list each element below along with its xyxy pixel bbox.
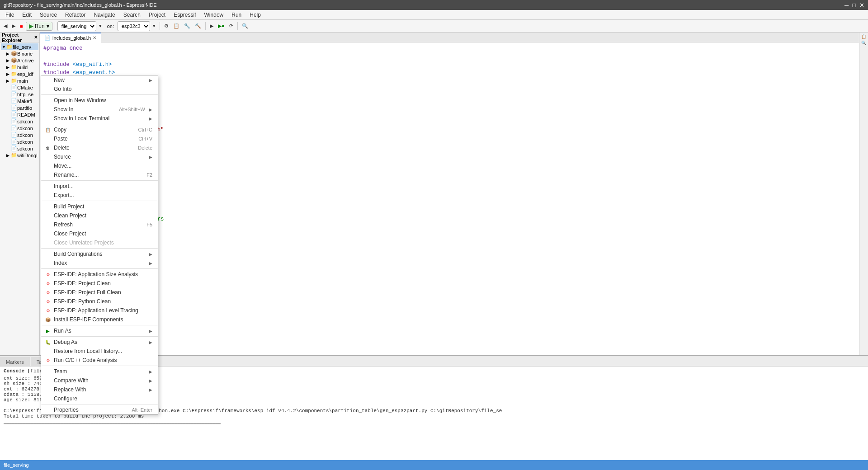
toolbar-btn-1[interactable]: ⚙ xyxy=(162,22,170,30)
forward-button[interactable]: ▶ xyxy=(10,22,17,30)
ctx-build-project[interactable]: Build Project xyxy=(41,202,158,211)
toolbar-sep1 xyxy=(55,22,55,30)
toolbar-btn-2[interactable]: 📋 xyxy=(171,22,181,30)
ctx-run-code-analysis[interactable]: ⚙ Run C/C++ Code Analysis xyxy=(41,356,158,365)
ctx-show-in-shortcut: Alt+Shift+W xyxy=(119,107,145,112)
menu-refactor[interactable]: Refactor xyxy=(61,11,89,19)
ctx-refresh[interactable]: Refresh F5 xyxy=(41,220,158,229)
ctx-sep9 xyxy=(41,366,158,366)
ctx-copy-shortcut: Ctrl+C xyxy=(138,127,152,132)
ctx-esp-project-full-clean[interactable]: ⚙ ESP-IDF: Project Full Clean xyxy=(41,288,158,297)
menu-bar: File Edit Source Refactor Navigate Searc… xyxy=(0,10,868,20)
context-menu-overlay[interactable]: New ▶ Go Into Open in New Window Show In… xyxy=(0,33,868,355)
menu-espressif[interactable]: Espressif xyxy=(170,11,199,19)
bottom-tab-markers[interactable]: Markers xyxy=(0,357,30,366)
toolbar-sep2 xyxy=(160,22,160,30)
ctx-new[interactable]: New ▶ xyxy=(41,75,158,85)
ctx-restore-history[interactable]: Restore from Local History... xyxy=(41,347,158,356)
device-select[interactable]: esp32c3 xyxy=(118,21,150,31)
ctx-esp-python-clean-label: ESP-IDF: Python Clean xyxy=(54,298,111,305)
toolbar-btn-4[interactable]: 🔨 xyxy=(193,22,203,30)
ctx-close-unrelated: Close Unrelated Projects xyxy=(41,238,158,247)
device-dropdown[interactable]: ▾ xyxy=(151,22,157,30)
back-button[interactable]: ◀ xyxy=(2,22,9,30)
ctx-properties-shortcut: Alt+Enter xyxy=(132,407,152,413)
menu-run[interactable]: Run xyxy=(228,11,245,19)
menu-project[interactable]: Project xyxy=(145,11,169,19)
ctx-move-label: Move... xyxy=(54,163,71,169)
ctx-build-configs[interactable]: Build Configurations ▶ xyxy=(41,249,158,258)
menu-help[interactable]: Help xyxy=(246,11,264,19)
ctx-configure[interactable]: Configure xyxy=(41,394,158,403)
run-icon: ▶ xyxy=(29,23,33,29)
ctx-esp-project-clean[interactable]: ⚙ ESP-IDF: Project Clean xyxy=(41,279,158,288)
ctx-replace-with-arrow: ▶ xyxy=(149,387,152,392)
ctx-configure-label: Configure xyxy=(54,395,77,402)
ctx-export-label: Export... xyxy=(54,192,74,198)
ctx-team[interactable]: Team ▶ xyxy=(41,367,158,376)
run-dropdown-icon[interactable]: ▾ xyxy=(47,23,49,29)
ctx-import[interactable]: Import... xyxy=(41,182,158,191)
ctx-open-new-window[interactable]: Open in New Window xyxy=(41,96,158,105)
ctx-esp-python-clean[interactable]: ⚙ ESP-IDF: Python Clean xyxy=(41,297,158,306)
ctx-close-project[interactable]: Close Project xyxy=(41,229,158,238)
toolbar-btn-6[interactable]: ▶● xyxy=(216,22,226,30)
close-button[interactable]: ✕ xyxy=(859,2,864,9)
ctx-export[interactable]: Export... xyxy=(41,191,158,200)
ctx-debug-as[interactable]: 🐛 Debug As ▶ xyxy=(41,338,158,347)
file-dropdown[interactable]: ▾ xyxy=(97,22,104,30)
menu-source[interactable]: Source xyxy=(36,11,61,19)
ctx-esp-app-size[interactable]: ⚙ ESP-IDF: Application Size Analysis xyxy=(41,270,158,279)
toolbar-sep4 xyxy=(237,22,238,30)
ctx-copy[interactable]: 📋 Copy Ctrl+C xyxy=(41,125,158,134)
minimize-button[interactable]: ─ xyxy=(844,2,849,9)
ctx-import-label: Import... xyxy=(54,183,74,189)
ctx-build-configs-label: Build Configurations xyxy=(54,251,102,257)
ctx-replace-with[interactable]: Replace With ▶ xyxy=(41,385,158,394)
ctx-esp-project-full-clean-label: ESP-IDF: Project Full Clean xyxy=(54,289,121,296)
run-button[interactable]: ▶ Run ▾ xyxy=(26,22,52,31)
search-toolbar-btn[interactable]: 🔍 xyxy=(240,22,250,30)
ctx-clean-project[interactable]: Clean Project xyxy=(41,211,158,220)
ctx-show-local-terminal-arrow: ▶ xyxy=(149,116,152,121)
ctx-delete[interactable]: 🗑 Delete Delete xyxy=(41,143,158,152)
menu-search[interactable]: Search xyxy=(120,11,144,19)
ctx-debug-as-arrow: ▶ xyxy=(149,340,152,345)
ctx-compare-with[interactable]: Compare With ▶ xyxy=(41,376,158,385)
menu-navigate[interactable]: Navigate xyxy=(90,11,118,19)
ctx-properties[interactable]: Properties Alt+Enter xyxy=(41,405,158,414)
ctx-esp-app-tracing[interactable]: ⚙ ESP-IDF: Application Level Tracing xyxy=(41,306,158,315)
ctx-install-components-label: Install ESP-IDF Components xyxy=(54,316,123,323)
ctx-index[interactable]: Index ▶ xyxy=(41,258,158,268)
ctx-rename[interactable]: Rename... F2 xyxy=(41,170,158,179)
menu-window[interactable]: Window xyxy=(201,11,227,19)
toolbar-btn-3[interactable]: 🔧 xyxy=(182,22,192,30)
menu-edit[interactable]: Edit xyxy=(19,11,35,19)
ctx-run-as[interactable]: ▶ Run As ▶ xyxy=(41,326,158,335)
toolbar-btn-7[interactable]: ⟳ xyxy=(227,22,235,30)
ctx-esp-app-tracing-icon: ⚙ xyxy=(45,307,51,314)
stop-button[interactable]: ■ xyxy=(18,23,25,30)
ctx-index-arrow: ▶ xyxy=(149,261,152,266)
ctx-paste[interactable]: Paste Ctrl+V xyxy=(41,134,158,143)
ctx-sep6 xyxy=(41,268,158,269)
ctx-move[interactable]: Move... xyxy=(41,161,158,170)
ctx-install-components[interactable]: 📦 Install ESP-IDF Components xyxy=(41,315,158,324)
ctx-show-in[interactable]: Show In Alt+Shift+W ▶ xyxy=(41,105,158,114)
ctx-replace-with-label: Replace With xyxy=(54,386,86,393)
ctx-go-into[interactable]: Go Into xyxy=(41,85,158,94)
ctx-source[interactable]: Source ▶ xyxy=(41,152,158,161)
ctx-show-local-terminal[interactable]: Show in Local Terminal ▶ xyxy=(41,114,158,123)
ctx-properties-label: Properties xyxy=(54,407,79,413)
file-select[interactable]: file_serving xyxy=(57,21,96,31)
ctx-open-new-window-label: Open in New Window xyxy=(54,97,106,103)
ctx-source-arrow: ▶ xyxy=(149,155,152,160)
toolbar-btn-5[interactable]: ▶ xyxy=(208,22,215,30)
ctx-sep5 xyxy=(41,248,158,249)
ctx-delete-label: Delete xyxy=(54,145,70,151)
ctx-close-project-label: Close Project xyxy=(54,230,86,237)
ctx-esp-app-size-icon: ⚙ xyxy=(45,271,51,277)
maximize-button[interactable]: □ xyxy=(852,2,856,9)
menu-file[interactable]: File xyxy=(2,11,18,19)
ctx-delete-icon: 🗑 xyxy=(45,145,51,151)
